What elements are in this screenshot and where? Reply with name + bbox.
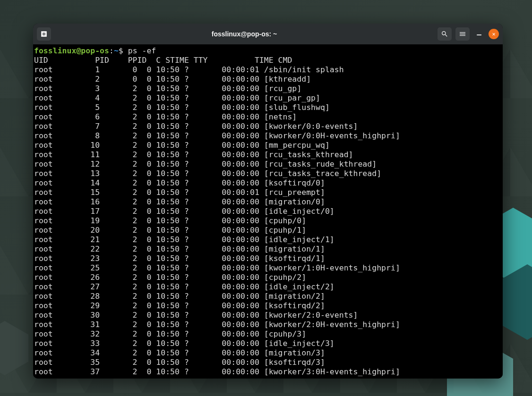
hamburger-icon (459, 30, 466, 38)
minimize-button[interactable]: – (473, 30, 485, 39)
search-icon (441, 30, 448, 38)
window-title: fosslinux@pop-os: ~ (55, 30, 434, 38)
terminal-window: fosslinux@pop-os: ~ – ✕ fosslinux@pop-os… (33, 24, 503, 379)
menu-button[interactable] (455, 27, 470, 41)
window-titlebar[interactable]: fosslinux@pop-os: ~ – ✕ (33, 24, 503, 44)
terminal-body[interactable]: fosslinux@pop-os:~$ ps -ef UID PID PPID … (33, 44, 503, 379)
minimize-icon: – (477, 30, 481, 39)
close-icon: ✕ (492, 31, 495, 37)
terminal-scroll-area[interactable]: fosslinux@pop-os:~$ ps -ef UID PID PPID … (33, 44, 503, 379)
close-button[interactable]: ✕ (489, 29, 499, 39)
new-tab-button[interactable] (37, 27, 51, 41)
terminal-output[interactable]: fosslinux@pop-os:~$ ps -ef UID PID PPID … (34, 46, 501, 377)
wallpaper-hex-icon (0, 321, 28, 375)
search-button[interactable] (438, 27, 452, 41)
new-tab-icon (40, 30, 48, 38)
